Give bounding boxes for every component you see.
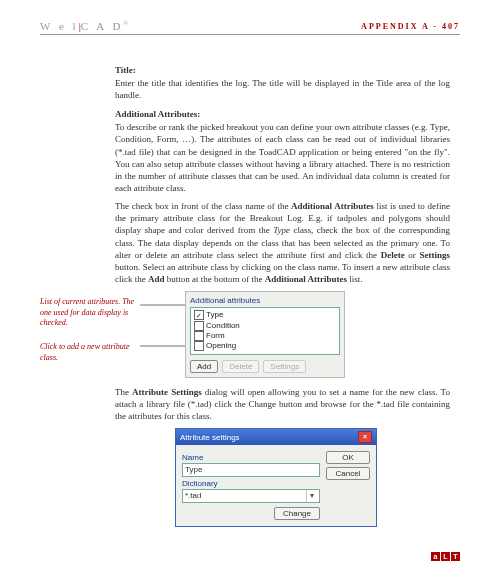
- attribute-listbox[interactable]: ✓Type Condition Form Opening: [190, 307, 340, 355]
- dropdown-value: *.tad: [185, 490, 201, 502]
- caption-2: Click to add a new attribute class.: [40, 342, 140, 363]
- ok-button[interactable]: OK: [326, 451, 370, 464]
- checkbox-icon[interactable]: [194, 331, 204, 341]
- list-item-label: Opening: [206, 341, 236, 351]
- brand-right: C A D: [81, 20, 124, 32]
- attr-para-2: The check box in front of the class name…: [115, 200, 450, 285]
- dialog-titlebar[interactable]: Attribute settings ×: [176, 429, 376, 445]
- appendix-label: APPENDIX A - 407: [361, 22, 460, 31]
- dictionary-label: Dictionary: [182, 479, 320, 488]
- attribute-settings-dialog: Attribute settings × Name Type Dictionar…: [175, 428, 377, 527]
- content-area: Title: Enter the title that identifies t…: [115, 65, 450, 527]
- close-icon[interactable]: ×: [358, 431, 372, 443]
- attr-para-1: To describe or rank the picked breakout …: [115, 121, 450, 194]
- title-heading: Title:: [115, 65, 450, 75]
- brand-logo: W e l|C A D®: [40, 20, 131, 32]
- list-item: Form: [194, 331, 336, 341]
- list-item-label: Condition: [206, 321, 240, 331]
- list-item-label: Type: [206, 310, 223, 320]
- list-item: Condition: [194, 321, 336, 331]
- name-field[interactable]: Type: [182, 463, 320, 477]
- attr-para-3: The Attribute Settings dialog will open …: [115, 386, 450, 422]
- checkbox-icon[interactable]: ✓: [194, 310, 204, 320]
- chevron-down-icon: ▾: [306, 490, 317, 502]
- change-button[interactable]: Change: [274, 507, 320, 520]
- cancel-button[interactable]: Cancel: [326, 467, 370, 480]
- footer-sq: T: [451, 552, 460, 561]
- attr-heading: Additional Attributes:: [115, 109, 450, 119]
- checkbox-icon[interactable]: [194, 321, 204, 331]
- name-label: Name: [182, 453, 320, 462]
- dictionary-dropdown[interactable]: *.tad ▾: [182, 489, 320, 503]
- title-paragraph: Enter the title that identifies the log.…: [115, 77, 450, 101]
- delete-button[interactable]: Delete: [222, 360, 259, 373]
- figure-row: List of current attributes. The one used…: [40, 291, 450, 378]
- settings-button[interactable]: Settings: [263, 360, 306, 373]
- panel-title: Additional attributes: [190, 296, 340, 305]
- add-button[interactable]: Add: [190, 360, 218, 373]
- page-header: W e l|C A D® APPENDIX A - 407: [40, 20, 460, 35]
- footer-sq: L: [441, 552, 450, 561]
- list-item: ✓Type: [194, 310, 336, 320]
- footer-sq: a: [431, 552, 440, 561]
- list-item-label: Form: [206, 331, 225, 341]
- additional-attributes-panel: Additional attributes ✓Type Condition Fo…: [185, 291, 345, 378]
- dialog-title: Attribute settings: [180, 433, 240, 442]
- brand-left: W e l: [40, 20, 79, 32]
- caption-1: List of current attributes. The one used…: [40, 297, 140, 328]
- figure-captions: List of current attributes. The one used…: [40, 291, 140, 363]
- checkbox-icon[interactable]: [194, 341, 204, 351]
- list-item: Opening: [194, 341, 336, 351]
- footer-logo: a L T: [431, 552, 460, 561]
